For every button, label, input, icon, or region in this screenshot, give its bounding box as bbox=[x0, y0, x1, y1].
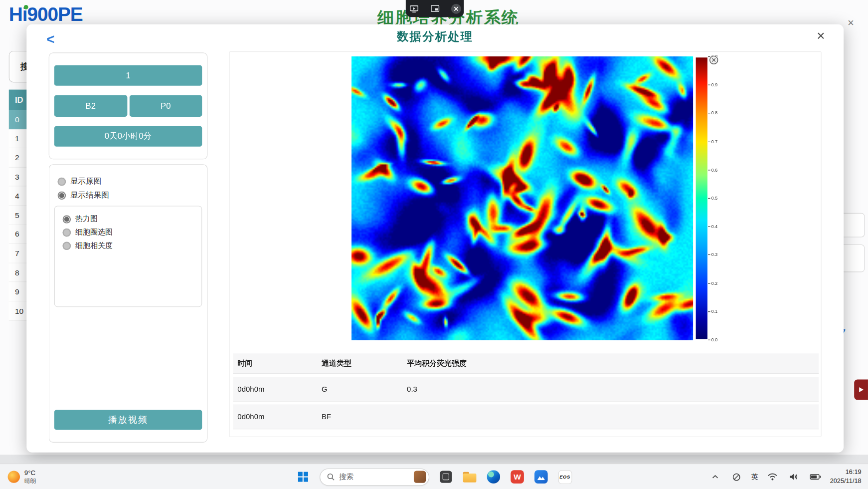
tray-date: 2025/11/18 bbox=[830, 477, 862, 486]
radio-icon bbox=[62, 215, 71, 224]
start-button[interactable] bbox=[296, 470, 310, 484]
app-logo: Hi900PE bbox=[9, 3, 83, 25]
weather-widget[interactable]: 9°C 晴朗 bbox=[8, 464, 36, 489]
data-analysis-dialog: < 数据分析处理 × 1 B2 P0 0天0小时0分 显示原图 显示结果图 bbox=[26, 24, 844, 453]
duration-button[interactable]: 0天0小时0分 bbox=[54, 126, 202, 147]
sample-number-button[interactable]: 1 bbox=[54, 65, 202, 86]
folder-icon bbox=[463, 472, 477, 482]
battery-button[interactable] bbox=[808, 470, 823, 484]
eos-icon: EOS bbox=[558, 470, 572, 484]
table-row: 0d0h0m G 0.3 bbox=[233, 377, 819, 402]
table-row: 0d0h0m BF bbox=[233, 404, 819, 429]
dialog-title: 数据分析处理 bbox=[26, 29, 844, 44]
background-app-close-button[interactable]: × bbox=[844, 16, 858, 29]
result-type-box: 热力图 细胞圈选图 细胞相关度 bbox=[54, 206, 202, 307]
volume-button[interactable] bbox=[787, 470, 801, 484]
colorbar-ticks: 1.0 0.9 0.8 0.7 0.6 0.5 0.4 0.3 0.2 0.1 … bbox=[708, 54, 717, 343]
weather-icon bbox=[8, 471, 20, 483]
radio-cell-correlation[interactable]: 细胞相关度 bbox=[62, 241, 198, 250]
pip-window-icon[interactable] bbox=[428, 1, 442, 16]
tray-chevron-button[interactable] bbox=[708, 470, 722, 484]
search-label: 搜索 bbox=[339, 472, 353, 482]
speaker-icon bbox=[790, 473, 799, 481]
sample-info-panel: 1 B2 P0 0天0小时0分 bbox=[49, 52, 208, 159]
radio-icon bbox=[62, 228, 71, 237]
battery-icon bbox=[810, 474, 821, 480]
background-button-fragment[interactable] bbox=[840, 213, 865, 238]
clock-widget[interactable]: 16:19 2025/11/18 bbox=[830, 468, 862, 485]
position-button[interactable]: P0 bbox=[129, 95, 202, 117]
radio-icon bbox=[57, 191, 66, 200]
well-position-row: B2 P0 bbox=[54, 95, 202, 117]
edge-icon bbox=[487, 470, 501, 484]
colorbar bbox=[696, 57, 707, 339]
taskbar-center: 搜索 W EOS bbox=[296, 464, 572, 489]
radio-heatmap[interactable]: 热力图 bbox=[62, 214, 198, 224]
col-header-time: 时间 bbox=[233, 358, 317, 368]
well-button[interactable]: B2 bbox=[54, 95, 127, 117]
task-view-button[interactable] bbox=[439, 470, 453, 484]
task-view-icon bbox=[440, 471, 452, 483]
windows-logo-icon bbox=[298, 472, 308, 482]
weather-desc: 晴朗 bbox=[24, 478, 36, 484]
colorbar-close-icon[interactable] bbox=[709, 55, 718, 65]
edge-pinned-widget[interactable] bbox=[854, 379, 868, 400]
dialog-close-button[interactable]: × bbox=[812, 25, 829, 46]
search-icon bbox=[327, 473, 335, 481]
blocked-icon bbox=[732, 473, 741, 481]
present-screen-icon[interactable] bbox=[407, 1, 421, 16]
desktop: Hi900PE 细胞培养分析系统 × 搜 ID 0 1 2 3 4 5 6 7 … bbox=[0, 0, 868, 489]
stop-close-icon[interactable] bbox=[449, 1, 463, 16]
chevron-up-icon bbox=[712, 475, 718, 479]
radio-cell-outline[interactable]: 细胞圈选图 bbox=[62, 228, 198, 238]
file-explorer-button[interactable] bbox=[463, 470, 477, 484]
taskbar-search[interactable]: 搜索 bbox=[320, 468, 429, 485]
measurement-table: 时间 通道类型 平均积分荧光强度 0d0h0m G 0.3 0d0h0m BF bbox=[233, 353, 819, 429]
col-header-intensity: 平均积分荧光强度 bbox=[402, 358, 819, 368]
display-options-panel: 显示原图 显示结果图 热力图 细胞圈选图 细胞相关度 bbox=[49, 164, 208, 443]
search-daily-icon bbox=[414, 471, 426, 483]
radio-icon bbox=[57, 177, 66, 186]
tray-time: 16:19 bbox=[846, 468, 862, 477]
result-view-panel: 1.0 0.9 0.8 0.7 0.6 0.5 0.4 0.3 0.2 0.1 … bbox=[229, 51, 822, 437]
system-tray: 英 16:19 2025/11/18 bbox=[708, 464, 862, 489]
wps-icon: W bbox=[511, 470, 524, 484]
col-header-channel: 通道类型 bbox=[317, 358, 402, 368]
image-app-icon bbox=[534, 470, 548, 484]
media-app-button[interactable] bbox=[534, 470, 548, 484]
radio-show-original[interactable]: 显示原图 bbox=[57, 177, 202, 187]
network-button[interactable] bbox=[765, 470, 780, 484]
play-video-button[interactable]: 播放视频 bbox=[54, 410, 202, 430]
wps-button[interactable]: W bbox=[510, 470, 524, 484]
eos-app-button[interactable]: EOS bbox=[558, 470, 572, 484]
taskbar: 9°C 晴朗 搜索 W EOS bbox=[0, 464, 868, 489]
screen-capture-toolbar bbox=[406, 0, 464, 17]
logo-accent-dot-icon bbox=[24, 5, 28, 9]
heatmap-canvas bbox=[351, 56, 693, 340]
input-language-button[interactable]: 英 bbox=[751, 472, 758, 482]
radio-icon bbox=[62, 242, 71, 250]
table-header-row: 时间 通道类型 平均积分荧光强度 bbox=[233, 353, 819, 374]
wifi-icon bbox=[768, 473, 777, 481]
blocked-status-button[interactable] bbox=[729, 470, 744, 484]
background-button-fragment[interactable] bbox=[840, 244, 865, 272]
radio-show-result[interactable]: 显示结果图 bbox=[57, 190, 202, 200]
edge-browser-button[interactable] bbox=[486, 470, 501, 484]
weather-temp: 9°C bbox=[24, 470, 36, 477]
